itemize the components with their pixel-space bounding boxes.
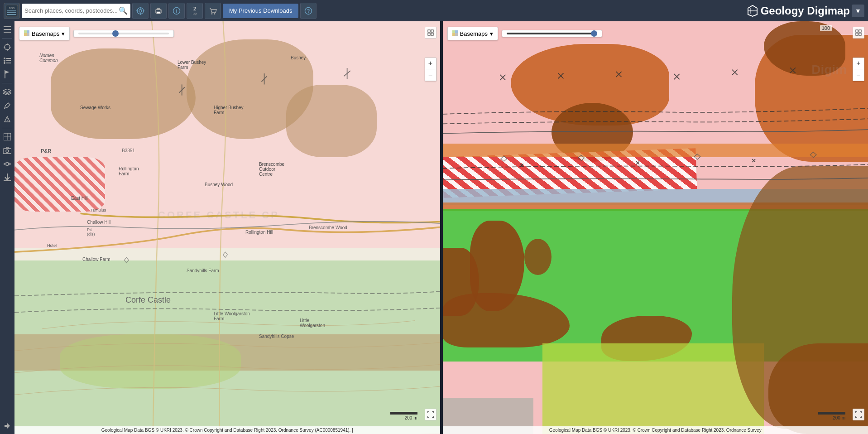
svg-rect-84: [455, 30, 458, 33]
split-view-btn[interactable]: 2 up: [187, 3, 203, 19]
svg-rect-63: [431, 33, 433, 35]
left-fullscreen-btn[interactable]: [425, 409, 436, 420]
svg-point-18: [214, 13, 216, 14]
svg-rect-61: [431, 30, 433, 32]
svg-rect-89: [856, 33, 858, 35]
sidebar-btn-list[interactable]: [1, 54, 14, 67]
sidebar-btn-layers[interactable]: [1, 86, 14, 98]
svg-rect-3: [7, 12, 16, 13]
search-box: 🔍: [22, 4, 130, 18]
sidebar-btn-grid[interactable]: [1, 130, 14, 143]
svg-rect-2: [7, 10, 16, 11]
right-zoom-in[interactable]: +: [853, 58, 864, 69]
svg-rect-87: [856, 30, 858, 32]
sidebar-btn-draw[interactable]: [1, 99, 14, 112]
svg-rect-88: [859, 30, 861, 32]
right-opacity-control: [502, 30, 602, 37]
search-icon: 🔍: [119, 6, 128, 15]
sidebar-btn-target[interactable]: [1, 41, 14, 53]
right-fullscreen-btn[interactable]: [853, 409, 864, 420]
left-opacity-control: [73, 30, 174, 37]
svg-rect-25: [4, 32, 11, 33]
svg-rect-90: [859, 33, 861, 35]
left-basemaps-btn[interactable]: Basemaps ▾: [19, 27, 70, 40]
svg-point-5: [137, 8, 144, 14]
svg-point-46: [6, 163, 9, 165]
right-opacity-slider[interactable]: [507, 33, 597, 34]
svg-rect-32: [6, 58, 11, 59]
right-basemaps-btn[interactable]: Basemaps ▾: [447, 27, 498, 40]
search-input[interactable]: [24, 7, 117, 14]
right-basemaps-icon: [452, 30, 458, 37]
right-scale-bar: 200 m: [818, 412, 845, 420]
prev-downloads-btn[interactable]: My Previous Downloads: [223, 4, 298, 18]
svg-rect-13: [157, 12, 160, 14]
sidebar-btn-camera[interactable]: [1, 144, 14, 157]
svg-rect-57: [27, 30, 29, 33]
left-sync-btn[interactable]: [425, 27, 436, 39]
sidebar-btn-download[interactable]: [1, 171, 14, 184]
svg-rect-58: [24, 33, 27, 36]
right-basemaps-dropdown-icon: ▾: [490, 30, 493, 37]
sidebar-btn-measure[interactable]: [1, 113, 14, 125]
print-btn[interactable]: [150, 3, 167, 19]
svg-point-17: [211, 13, 213, 14]
cart-btn[interactable]: [205, 3, 221, 19]
right-geo-brown-lower-3: [524, 239, 551, 275]
svg-point-6: [139, 10, 142, 12]
right-sync-btn[interactable]: [853, 27, 864, 39]
left-map-bg: [14, 21, 440, 434]
left-basemaps-label: Basemaps: [32, 30, 59, 37]
svg-rect-59: [27, 33, 29, 36]
svg-point-33: [4, 60, 5, 62]
svg-rect-44: [3, 149, 11, 154]
left-map-panel: NordenCommon Lower BusheyFarm Bushey Sew…: [14, 21, 440, 434]
app-logo: BGS: [4, 3, 20, 19]
svg-text:?: ?: [307, 8, 310, 14]
svg-point-45: [6, 150, 9, 153]
right-map-bg: [443, 21, 868, 434]
svg-rect-62: [428, 33, 430, 35]
brand-title: Geology Digimap: [747, 5, 850, 17]
sidebar-divider-3: [2, 128, 12, 128]
geo-yellow-green: [60, 334, 241, 389]
left-sidebar: [0, 21, 14, 434]
sidebar-btn-eye[interactable]: [1, 158, 14, 170]
svg-rect-60: [428, 30, 430, 32]
brand-expand-btn[interactable]: ▼: [852, 5, 864, 17]
right-geo-orange-band: [443, 144, 868, 157]
right-zoom-out[interactable]: −: [853, 69, 864, 81]
svg-rect-56: [24, 30, 27, 33]
left-scale-label: 200 m: [405, 415, 417, 420]
sidebar-btn-arrow[interactable]: [1, 420, 14, 432]
svg-point-35: [4, 62, 5, 64]
svg-text:i: i: [176, 9, 177, 14]
svg-rect-23: [4, 26, 11, 27]
left-corner-btns: [425, 27, 436, 39]
help-btn[interactable]: ?: [300, 3, 317, 19]
svg-rect-12: [157, 8, 160, 10]
left-scale-bar: 200 m: [390, 412, 417, 420]
left-opacity-slider[interactable]: [78, 33, 169, 34]
left-zoom-in[interactable]: +: [425, 58, 436, 69]
sidebar-btn-menu[interactable]: [1, 23, 14, 36]
svg-rect-14: [160, 10, 161, 11]
toolbar: BGS 🔍 i 2: [0, 0, 868, 21]
svg-rect-24: [4, 29, 11, 30]
svg-rect-36: [6, 63, 11, 63]
sidebar-divider-1: [2, 38, 12, 39]
right-basemaps-label: Basemaps: [460, 30, 488, 37]
right-map-panel: Digim 100 Basemaps ▾: [443, 21, 868, 434]
svg-point-31: [4, 58, 5, 59]
info-btn[interactable]: i: [168, 3, 185, 19]
sidebar-btn-flag[interactable]: [1, 68, 14, 81]
right-scale-label: 200 m: [833, 415, 845, 420]
geo-red-stripe: [14, 157, 105, 212]
svg-rect-34: [6, 60, 11, 61]
target-btn[interactable]: [132, 3, 149, 19]
left-zoom-controls: + −: [425, 58, 436, 81]
sidebar-divider-2: [2, 83, 12, 83]
left-zoom-out[interactable]: −: [425, 69, 436, 81]
right-map-toolbar: Basemaps ▾: [447, 27, 602, 40]
geo-tan-3: [286, 85, 377, 157]
